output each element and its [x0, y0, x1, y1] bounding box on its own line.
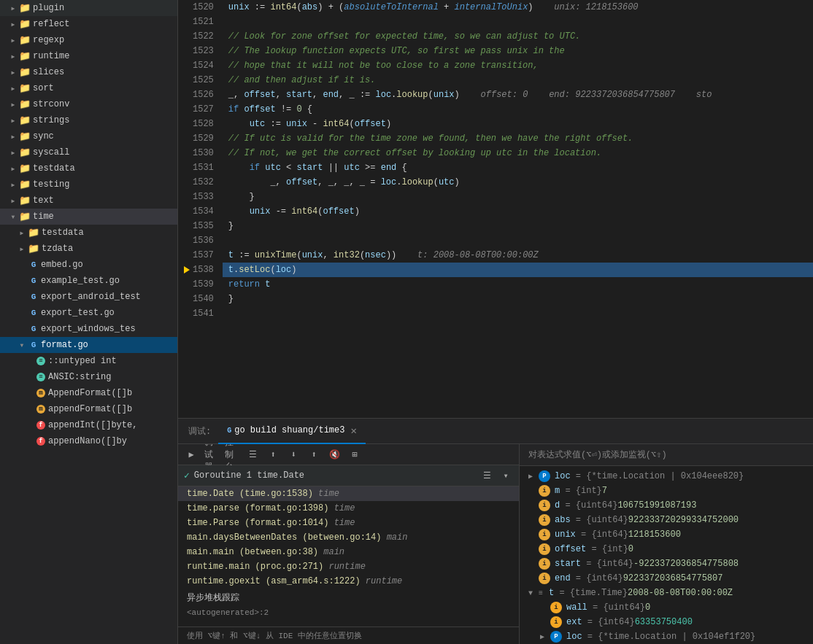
folder-icon: 📁: [19, 163, 31, 174]
var-key: wall: [566, 602, 587, 613]
folder-icon: 📁: [19, 147, 31, 158]
var-item-wall[interactable]: i wall = {uint64} 0: [520, 600, 813, 615]
expand-arrow: [9, 68, 18, 77]
goroutine-expand-icon[interactable]: ▾: [498, 468, 513, 483]
stack-item-4[interactable]: main.main (between.go:38) main: [178, 545, 519, 559]
sidebar-item-append-format-upper[interactable]: m AppendFormat([]b: [0, 385, 177, 401]
sidebar-item-strconv[interactable]: 📁 strconv: [0, 96, 177, 112]
var-item-t-loc[interactable]: ▶ P loc = {*time.Location | 0x104ef1f20}: [520, 629, 813, 644]
sidebar-item-export-android[interactable]: G export_android_test: [0, 289, 177, 305]
resume-button[interactable]: ▶: [184, 447, 199, 462]
var-num: 2008-08-08T00:00:00Z: [628, 588, 733, 598]
stack-item-0[interactable]: time.Date (time.go:1538) time: [178, 486, 519, 501]
var-val: = {int}: [591, 544, 628, 554]
var-type-badge: i: [550, 602, 562, 613]
sidebar-item-format-go[interactable]: G format.go: [0, 337, 177, 353]
sidebar-item-embed-go[interactable]: G embed.go: [0, 257, 177, 273]
var-item-start[interactable]: i start = {int64} -9223372036854775808: [520, 556, 813, 571]
debugger-tab-button[interactable]: 调试器: [204, 447, 219, 462]
sidebar-item-export-windows[interactable]: G export_windows_tes: [0, 321, 177, 337]
stack-item-2[interactable]: time.Parse (format.go:1014) time: [178, 516, 519, 530]
sidebar-item-time[interactable]: 📁 time: [0, 209, 177, 225]
code-editor[interactable]: 1520 1521 1522 1523 1524 1525 1526 1527 …: [178, 0, 813, 418]
sidebar-item-untyped-int[interactable]: ≡ ::untyped int: [0, 353, 177, 369]
var-item-offset[interactable]: i offset = {int} 0: [520, 542, 813, 556]
debug-left-panel: ▶ 调试器 控制台 ☰ ⬆ ⬇ ⬆ 🔇 ⊞ ✓ Goroutine 1 time…: [178, 444, 520, 644]
sidebar-item-tzdata[interactable]: 📁 tzdata: [0, 241, 177, 257]
sidebar-item-sort[interactable]: 📁 sort: [0, 80, 177, 96]
goroutine-menu-icon[interactable]: ☰: [479, 468, 494, 483]
code-line-1532: _, offset, _, _, _ = loc.lookup(utc): [223, 175, 813, 190]
code-line-1520: unix := int64(abs) + (absoluteToInternal…: [223, 0, 813, 15]
code-line-1540: }: [223, 292, 813, 306]
layout-btn-1[interactable]: ☰: [245, 447, 260, 462]
bottom-status-bar: 使用 ⌥键↑ 和 ⌥键↓ 从 IDE 中的任意位置切换: [178, 626, 519, 644]
var-type-badge: i: [539, 543, 550, 555]
build-tab-label: go build shuang/time3: [234, 425, 344, 435]
stack-item-1[interactable]: time.parse (format.go:1398) time: [178, 501, 519, 516]
grid-btn[interactable]: ⊞: [347, 447, 362, 462]
go-file-icon: G: [28, 323, 39, 335]
sidebar-item-testing[interactable]: 📁 testing: [0, 176, 177, 193]
sidebar-item-ansic[interactable]: ≡ ANSIC:string: [0, 369, 177, 385]
var-item-loc[interactable]: ▶ P loc = {*time.Location | 0x104eee820}: [520, 469, 813, 484]
var-item-abs[interactable]: i abs = {uint64} 922333720299334752000: [520, 513, 813, 527]
step-down-btn[interactable]: ⬇: [286, 447, 301, 462]
sidebar-item-syscall[interactable]: 📁 syscall: [0, 144, 177, 160]
stack-item-5[interactable]: runtime.main (proc.go:271) runtime: [178, 559, 519, 574]
sidebar-item-example-test-go[interactable]: G example_test.go: [0, 273, 177, 289]
line-numbers: 1520 1521 1522 1523 1524 1525 1526 1527 …: [178, 0, 223, 418]
sidebar-item-strings[interactable]: 📁 strings: [0, 112, 177, 128]
sidebar-item-label: reflect: [33, 19, 69, 29]
var-item-m[interactable]: i m = {int} 7: [520, 484, 813, 498]
sidebar-item-regexp[interactable]: 📁 regexp: [0, 32, 177, 48]
symbol-icon: f: [36, 437, 45, 446]
sidebar-item-append-format-lower[interactable]: m appendFormat([]b: [0, 401, 177, 417]
spacer: [26, 389, 35, 397]
var-num: 0: [628, 544, 633, 554]
sidebar-item-append-int[interactable]: f appendInt([]byte,: [0, 417, 177, 433]
variable-list: ▶ P loc = {*time.Location | 0x104eee820}…: [520, 466, 813, 644]
var-key: end: [555, 573, 571, 583]
symbol-icon: m: [36, 389, 45, 397]
sidebar-item-label: export_windows_tes: [41, 324, 136, 334]
go-file-icon: G: [28, 275, 39, 287]
var-item-d[interactable]: i d = {uint64} 106751991087193: [520, 498, 813, 513]
console-tab-button[interactable]: 控制台: [225, 447, 239, 462]
build-tab[interactable]: G go build shuang/time3 ✕: [218, 419, 366, 444]
sidebar-item-testdata[interactable]: 📁 testdata: [0, 160, 177, 176]
code-line-1534: unix -= int64(offset): [223, 204, 813, 219]
var-item-unix[interactable]: i unix = {int64} 1218153600: [520, 527, 813, 542]
var-val: = {uint64}: [576, 515, 628, 525]
mute-btn[interactable]: 🔇: [327, 447, 342, 462]
sidebar-item-sync[interactable]: 📁 sync: [0, 128, 177, 144]
tab-close-icon[interactable]: ✕: [350, 424, 356, 437]
var-item-ext[interactable]: i ext = {int64} 63353750400: [520, 615, 813, 629]
sidebar-item-time-testdata[interactable]: 📁 testdata: [0, 225, 177, 241]
go-file-icon: G: [28, 291, 39, 303]
var-item-end[interactable]: i end = {int64} 9223372036854775807: [520, 571, 813, 586]
code-line-1538: t.setLoc(loc): [223, 263, 813, 277]
folder-icon: 📁: [19, 98, 31, 110]
go-file-icon: G: [28, 259, 39, 271]
sidebar-item-plugin[interactable]: 📁 plugin: [0, 0, 177, 16]
var-item-t[interactable]: ▼ ≡ t = {time.Time} 2008-08-08T00:00:00Z: [520, 586, 813, 600]
debug-arrow-icon: [184, 266, 190, 273]
var-key: start: [555, 559, 581, 569]
expand-arrow: [9, 36, 18, 44]
sidebar-item-reflect[interactable]: 📁 reflect: [0, 16, 177, 32]
sidebar-item-slices[interactable]: 📁 slices: [0, 64, 177, 80]
var-eq: [571, 573, 576, 583]
sidebar-item-append-nano[interactable]: f appendNano([]by: [0, 433, 177, 449]
sidebar-item-export-test-go[interactable]: G export_test.go: [0, 305, 177, 321]
step-up-btn[interactable]: ⬆: [266, 447, 280, 462]
go-file-icon: G: [28, 307, 39, 319]
sidebar-item-runtime[interactable]: 📁 runtime: [0, 48, 177, 64]
code-line-1529: // If utc is valid for the time zone we …: [223, 131, 813, 146]
spacer: [18, 309, 26, 317]
stack-item-6[interactable]: runtime.goexit (asm_arm64.s:1222) runtim…: [178, 574, 519, 589]
stack-item-3[interactable]: main.daysBetweenDates (between.go:14) ma…: [178, 530, 519, 545]
sidebar-item-text[interactable]: 📁 text: [0, 193, 177, 209]
step-btn-3[interactable]: ⬆: [307, 447, 321, 462]
expand-arrow: [9, 52, 18, 61]
